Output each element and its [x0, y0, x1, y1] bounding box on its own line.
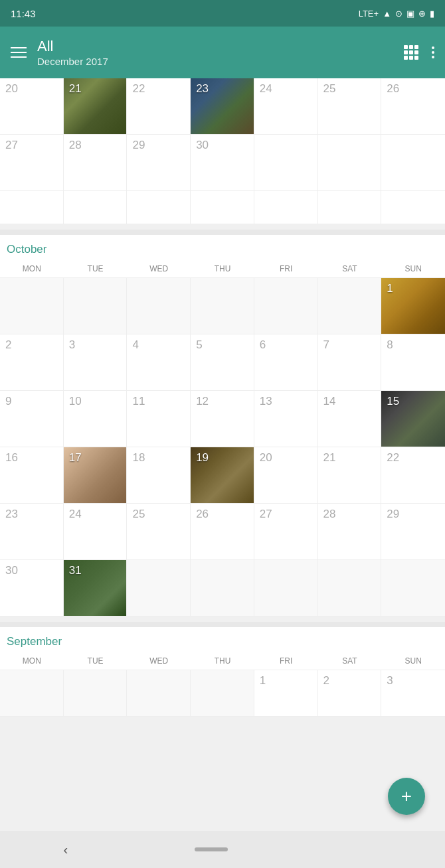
oct-day-19[interactable]: 19 — [191, 447, 254, 504]
section-divider-2 — [0, 622, 445, 627]
september-headers: MON TUE WED THU FRI SAT SUN — [0, 652, 445, 670]
day-cell-empty-7 — [191, 191, 254, 224]
oct-trail-3 — [254, 560, 318, 616]
oct-trail-2 — [191, 560, 254, 616]
fab-add-button[interactable]: + — [388, 778, 425, 815]
oct-day-11[interactable]: 11 — [127, 391, 191, 447]
nav-bar: ‹ — [0, 831, 445, 868]
day-cell-empty-5 — [64, 191, 128, 224]
grid-view-button[interactable] — [404, 45, 418, 60]
december-partial-section: 20 21 22 23 24 25 26 27 28 29 — [0, 78, 445, 224]
day-cell-22[interactable]: 22 — [127, 78, 191, 135]
oct-day-29[interactable]: 29 — [381, 504, 445, 560]
day-header-mon: MON — [0, 260, 64, 278]
battery-icon: ▮ — [430, 9, 434, 19]
oct-day-15[interactable]: 15 — [381, 391, 445, 447]
oct-day-24[interactable]: 24 — [64, 504, 128, 560]
sep-empty-1 — [0, 670, 64, 717]
oct-day-25[interactable]: 25 — [127, 504, 191, 560]
sep-day-2[interactable]: 2 — [318, 670, 382, 717]
day-cell-28[interactable]: 28 — [64, 135, 128, 191]
sep-day-1[interactable]: 1 — [254, 670, 318, 717]
oct-day-7[interactable]: 7 — [318, 334, 382, 391]
sep-header-fri: FRI — [254, 652, 318, 670]
oct-empty-5 — [254, 278, 318, 334]
header-right — [404, 45, 434, 60]
oct-day-28[interactable]: 28 — [318, 504, 382, 560]
oct-empty-3 — [127, 278, 191, 334]
back-button[interactable]: ‹ — [64, 842, 68, 857]
sep-header-wed: WED — [127, 652, 191, 670]
october-grid: 1 2 3 4 5 6 7 8 9 10 11 12 13 14 15 16 1… — [0, 278, 445, 616]
sep-empty-3 — [127, 670, 191, 717]
oct-day-17[interactable]: 17 — [64, 447, 128, 504]
oct-day-4[interactable]: 4 — [127, 334, 191, 391]
oct-day-27[interactable]: 27 — [254, 504, 318, 560]
day-cell-26[interactable]: 26 — [381, 78, 445, 135]
oct-day-31[interactable]: 31 — [64, 560, 128, 616]
more-options-button[interactable] — [432, 46, 434, 58]
october-label: October — [0, 235, 445, 260]
oct-day-2[interactable]: 2 — [0, 334, 64, 391]
oct-day-9[interactable]: 9 — [0, 391, 64, 447]
oct-day-18[interactable]: 18 — [127, 447, 191, 504]
oct-trail-1 — [127, 560, 191, 616]
oct-trail-4 — [318, 560, 382, 616]
day-cell-25[interactable]: 25 — [318, 78, 382, 135]
sep-empty-4 — [191, 670, 254, 717]
day-cell-empty-4 — [0, 191, 64, 224]
day-header-sun: SUN — [381, 260, 445, 278]
december-partial-grid: 20 21 22 23 24 25 26 27 28 29 — [0, 78, 445, 224]
day-cell-29[interactable]: 29 — [127, 135, 191, 191]
day-header-tue: TUE — [64, 260, 128, 278]
oct-day-21[interactable]: 21 — [318, 447, 382, 504]
sep-header-tue: TUE — [64, 652, 128, 670]
oct-day-26[interactable]: 26 — [191, 504, 254, 560]
oct-day-6[interactable]: 6 — [254, 334, 318, 391]
day-cell-27[interactable]: 27 — [0, 135, 64, 191]
header-all-label: All — [37, 38, 108, 55]
oct-day-16[interactable]: 16 — [0, 447, 64, 504]
header-left: All December 2017 — [11, 38, 108, 66]
menu-button[interactable] — [11, 47, 27, 58]
october-section: October MON TUE WED THU FRI SAT SUN 1 2 … — [0, 235, 445, 616]
home-indicator[interactable] — [195, 847, 228, 851]
october-headers: MON TUE WED THU FRI SAT SUN — [0, 260, 445, 278]
day-cell-24[interactable]: 24 — [254, 78, 318, 135]
day-cell-21[interactable]: 21 — [64, 78, 128, 135]
fab-plus-icon: + — [401, 786, 412, 807]
oct-day-12[interactable]: 12 — [191, 391, 254, 447]
day-cell-30[interactable]: 30 — [191, 135, 254, 191]
oct-day-22[interactable]: 22 — [381, 447, 445, 504]
day-cell-empty-1 — [254, 135, 318, 191]
sep-header-sun: SUN — [381, 652, 445, 670]
oct-empty-2 — [64, 278, 128, 334]
status-icons: LTE+ ▲ ⊙ ▣ ⊕ ▮ — [359, 9, 434, 19]
header-month-label: December 2017 — [37, 56, 108, 67]
day-cell-empty-9 — [318, 191, 382, 224]
day-cell-23[interactable]: 23 — [191, 78, 254, 135]
oct-empty-1 — [0, 278, 64, 334]
day-cell-empty-2 — [318, 135, 382, 191]
sep-header-thu: THU — [191, 652, 254, 670]
day-cell-20[interactable]: 20 — [0, 78, 64, 135]
oct-day-8[interactable]: 8 — [381, 334, 445, 391]
oct-day-13[interactable]: 13 — [254, 391, 318, 447]
app-header: All December 2017 — [0, 27, 445, 78]
september-section: September MON TUE WED THU FRI SAT SUN 1 … — [0, 627, 445, 717]
oct-day-23[interactable]: 23 — [0, 504, 64, 560]
september-label: September — [0, 627, 445, 652]
location-icon: ⊙ — [395, 9, 402, 19]
vibrate-icon: ▣ — [406, 9, 414, 19]
alarm-icon: ⊕ — [418, 9, 426, 19]
oct-day-20[interactable]: 20 — [254, 447, 318, 504]
oct-day-5[interactable]: 5 — [191, 334, 254, 391]
oct-day-1[interactable]: 1 — [381, 278, 445, 334]
sep-day-3[interactable]: 3 — [381, 670, 445, 717]
oct-day-30[interactable]: 30 — [0, 560, 64, 616]
oct-day-10[interactable]: 10 — [64, 391, 128, 447]
signal-icon: ▲ — [383, 9, 391, 19]
oct-day-3[interactable]: 3 — [64, 334, 128, 391]
lte-indicator: LTE+ — [359, 9, 379, 19]
oct-day-14[interactable]: 14 — [318, 391, 382, 447]
